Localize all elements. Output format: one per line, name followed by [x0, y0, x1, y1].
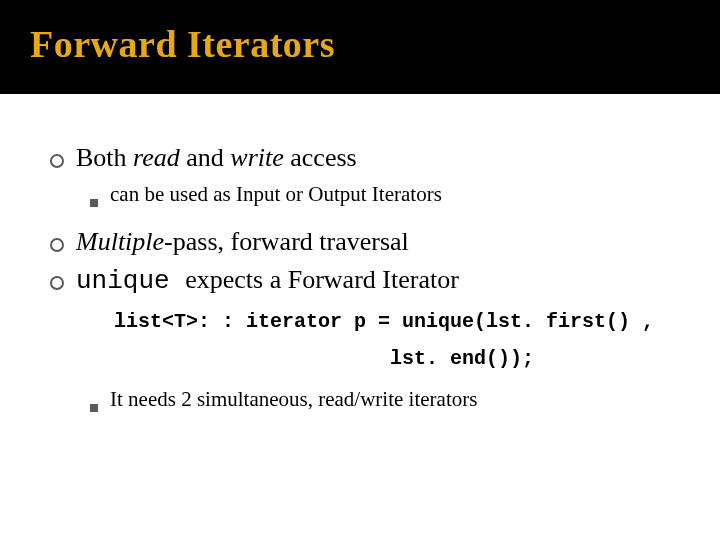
- bullet-2: Multiple-pass, forward traversal: [50, 226, 680, 259]
- word-access: access: [290, 143, 356, 172]
- bullet-1: Both read and write access: [50, 142, 680, 175]
- bullet-1-sub: can be used as Input or Output Iterators: [90, 181, 680, 208]
- word-pass: -pass, forward traversal: [164, 227, 409, 256]
- bullet-3-sub: It needs 2 simultaneous, read/write iter…: [90, 386, 680, 413]
- title-band: Forward Iterators: [0, 0, 720, 94]
- bullet-3-text: unique expects a Forward Iterator: [76, 264, 459, 298]
- circle-bullet-icon: [50, 154, 64, 168]
- word-read: read: [133, 143, 180, 172]
- word-expects: expects a Forward Iterator: [185, 265, 459, 294]
- slide-title: Forward Iterators: [30, 22, 690, 66]
- word-and: and: [186, 143, 224, 172]
- bullet-3-sub-text: It needs 2 simultaneous, read/write iter…: [110, 386, 477, 413]
- bullet-3: unique expects a Forward Iterator: [50, 264, 680, 298]
- word-write: write: [230, 143, 283, 172]
- code-line-2: lst. end());: [114, 345, 680, 372]
- bullet-1-sub-text: can be used as Input or Output Iterators: [110, 181, 442, 208]
- word-multiple: Multiple: [76, 227, 164, 256]
- circle-bullet-icon: [50, 276, 64, 290]
- word-unique: unique: [76, 266, 185, 296]
- square-bullet-icon: [90, 199, 98, 207]
- circle-bullet-icon: [50, 238, 64, 252]
- slide-content: Both read and write access can be used a…: [0, 94, 720, 449]
- word-both: Both: [76, 143, 127, 172]
- slide: Forward Iterators Both read and write ac…: [0, 0, 720, 540]
- square-bullet-icon: [90, 404, 98, 412]
- code-line-1: list<T>: : iterator p = unique(lst. firs…: [114, 308, 680, 335]
- bullet-2-text: Multiple-pass, forward traversal: [76, 226, 409, 259]
- bullet-1-text: Both read and write access: [76, 142, 357, 175]
